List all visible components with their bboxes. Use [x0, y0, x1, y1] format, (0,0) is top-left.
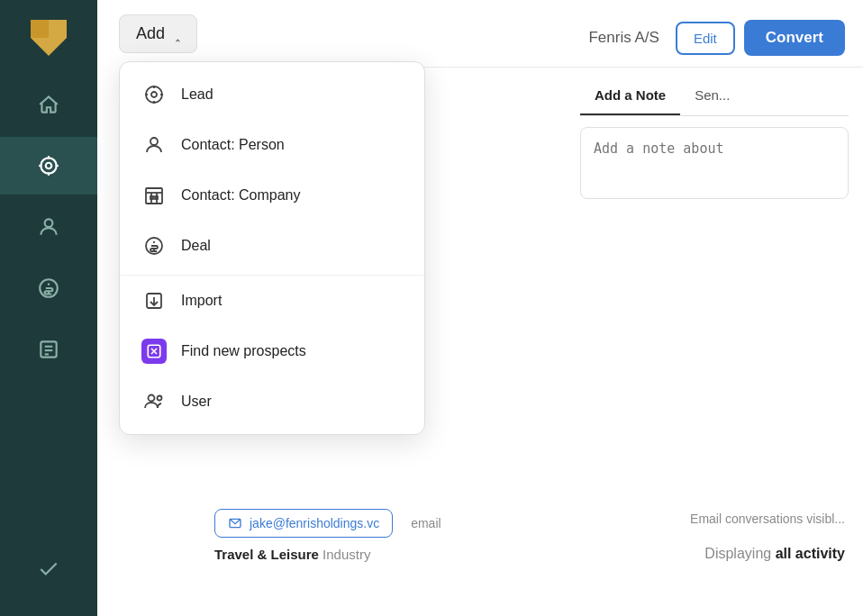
contact-company-label: Contact: Company [181, 187, 301, 204]
svg-point-8 [45, 219, 53, 227]
email-label: email [411, 516, 441, 530]
svg-point-15 [151, 92, 157, 97]
convert-button[interactable]: Convert [744, 20, 845, 56]
sidebar-item-home[interactable] [0, 76, 97, 133]
target-icon [141, 82, 167, 107]
dropdown-item-deal[interactable]: Deal [120, 221, 424, 271]
contact-person-label: Contact: Person [181, 137, 285, 153]
svg-point-20 [150, 138, 158, 145]
dropdown-menu: Lead Contact: Person [119, 61, 425, 435]
activity-prefix: Displaying [704, 546, 775, 561]
svg-marker-1 [31, 20, 49, 38]
tab-add-note[interactable]: Add a Note [580, 77, 680, 115]
person-icon [141, 132, 167, 158]
app-logo [22, 11, 76, 65]
svg-point-3 [46, 163, 52, 169]
svg-point-14 [146, 86, 162, 103]
activity-row: Displaying all activity [704, 546, 845, 562]
sidebar-item-tasks[interactable] [0, 321, 97, 378]
company-name: Fenris A/S [588, 29, 659, 47]
main-content: Add ‸ Lead [97, 0, 863, 616]
email-address: jake@fenrisholdings.vc [250, 516, 379, 530]
sidebar-item-leads[interactable] [0, 137, 97, 195]
sidebar-item-contacts[interactable] [0, 198, 97, 256]
deal-label: Deal [181, 238, 211, 254]
prospects-label: Find new prospects [181, 343, 306, 359]
sidebar-item-deals[interactable] [0, 259, 97, 317]
dropdown-item-contact-person[interactable]: Contact: Person [120, 120, 424, 170]
tab-send[interactable]: Sen... [680, 77, 744, 115]
chevron-up-icon: ‸ [176, 27, 180, 41]
add-button-label: Add [136, 24, 165, 43]
dollar-icon [141, 233, 167, 258]
lead-label: Lead [181, 86, 213, 103]
user-label: User [181, 394, 212, 410]
sidebar-item-check[interactable] [0, 540, 97, 598]
svg-rect-21 [146, 188, 162, 204]
dropdown-item-prospects[interactable]: Find new prospects [120, 326, 424, 376]
company-icon [141, 183, 167, 208]
tabs-row: Add a Note Sen... [580, 77, 849, 116]
sidebar [0, 0, 97, 616]
prospects-icon [141, 339, 167, 364]
dropdown-item-user[interactable]: User [120, 376, 424, 427]
import-label: Import [181, 293, 222, 309]
activity-bold: all activity [776, 546, 845, 561]
add-button[interactable]: Add ‸ [119, 14, 197, 53]
svg-point-2 [41, 158, 56, 173]
add-button-wrap: Add ‸ [119, 14, 197, 53]
note-textarea[interactable] [580, 127, 849, 199]
email-icon [228, 516, 242, 530]
email-visible-text: Email conversations visibl... [690, 512, 845, 526]
edit-button[interactable]: Edit [676, 22, 735, 55]
contact-header-row: Fenris A/S Edit Convert [588, 20, 863, 56]
user-group-icon [141, 389, 167, 414]
email-chip[interactable]: jake@fenrisholdings.vc [214, 509, 393, 538]
dropdown-item-lead[interactable]: Lead [120, 69, 424, 120]
svg-point-32 [158, 396, 162, 401]
note-section: Add a Note Sen... [566, 77, 863, 203]
dropdown-item-contact-company[interactable]: Contact: Company [120, 170, 424, 221]
svg-point-31 [149, 395, 155, 402]
industry-label: Industry [322, 547, 370, 562]
industry-bold: Travel & Leisure [214, 547, 319, 562]
import-icon [141, 288, 167, 313]
dropdown-item-import[interactable]: Import [120, 275, 424, 326]
